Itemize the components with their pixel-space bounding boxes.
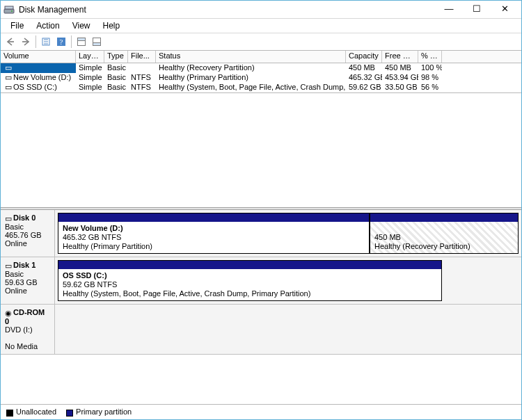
refresh-button[interactable]: [39, 35, 53, 49]
partition-title: OS SSD (C:): [63, 271, 107, 280]
partition-sub: 465.32 GB NTFS: [63, 233, 121, 241]
disk-label: ◉CD-ROM 0 DVD (I:) No Media: [1, 305, 55, 354]
disk-map: OS SSD (C:) 59.62 GB NTFS Healthy (Syste…: [55, 257, 521, 304]
swatch-primary-icon: [66, 410, 73, 417]
legend-primary: Primary partition: [66, 407, 132, 416]
maximize-button[interactable]: ☐: [463, 2, 491, 17]
partition-title: New Volume (D:): [63, 224, 123, 232]
disk-label: ▭Disk 0 Basic 465.76 GB Online: [1, 210, 55, 257]
volume-icon: ▭: [3, 83, 13, 92]
cell-status: Healthy (Recovery Partition): [156, 63, 346, 73]
close-button[interactable]: ✕: [491, 2, 519, 17]
cell-capacity: 450 MB: [346, 63, 382, 73]
col-layout[interactable]: Layout: [76, 51, 104, 63]
col-volume[interactable]: Volume: [1, 51, 76, 63]
partition-status: Healthy (System, Boot, Page File, Active…: [63, 289, 310, 298]
col-filesystem[interactable]: File...: [128, 51, 156, 63]
menu-bar: File Action View Help: [1, 19, 521, 33]
col-status[interactable]: Status: [156, 51, 346, 63]
grid-header: Volume Layout Type File... Status Capaci…: [1, 51, 521, 63]
cell-type: Basic: [104, 63, 128, 73]
cell-capacity: 59.62 GB: [346, 83, 382, 92]
partition-status: Healthy (Primary Partition): [63, 242, 152, 250]
menu-view[interactable]: View: [67, 19, 96, 32]
cell-pfree: 56 %: [418, 83, 442, 92]
legend-unallocated: Unallocated: [6, 407, 56, 416]
disk-type: DVD (I:): [5, 325, 33, 334]
cell-free: 33.50 GB: [382, 83, 418, 92]
help-button[interactable]: ?: [54, 35, 68, 49]
disk-icon: ▭: [5, 261, 12, 270]
legend-unallocated-label: Unallocated: [16, 407, 56, 416]
cell-pfree: 100 %: [418, 63, 442, 73]
partition-new-volume-d[interactable]: New Volume (D:) 465.32 GB NTFS Healthy (…: [58, 213, 370, 254]
disk-row-1[interactable]: ▭Disk 1 Basic 59.63 GB Online OS SSD (C:…: [1, 257, 521, 305]
disk-row-cdrom[interactable]: ◉CD-ROM 0 DVD (I:) No Media: [1, 305, 521, 355]
cell-fs: [128, 63, 156, 73]
partition-os-ssd-c[interactable]: OS SSD (C:) 59.62 GB NTFS Healthy (Syste…: [58, 260, 442, 301]
disk-map: [55, 305, 521, 354]
disk-icon: ▭: [5, 214, 12, 223]
view-bottom-button[interactable]: [90, 35, 104, 49]
cdrom-icon: ◉: [5, 309, 12, 318]
table-row[interactable]: ▭ Simple Basic Healthy (Recovery Partiti…: [1, 63, 521, 73]
cell-status: Healthy (Primary Partition): [156, 73, 346, 83]
svg-text:?: ?: [60, 38, 63, 46]
volume-icon: ▭: [3, 73, 13, 82]
cell-free: 453.94 GB: [382, 73, 418, 83]
cell-layout: Simple: [76, 73, 104, 83]
disk-row-0[interactable]: ▭Disk 0 Basic 465.76 GB Online New Volum…: [1, 210, 521, 257]
col-type[interactable]: Type: [104, 51, 128, 63]
legend-primary-label: Primary partition: [76, 407, 132, 416]
cell-fs: NTFS: [128, 73, 156, 83]
title-bar: Disk Management — ☐ ✕: [1, 1, 521, 19]
disk-state: Online: [5, 239, 27, 248]
cell-status: Healthy (System, Boot, Page File, Active…: [156, 83, 346, 92]
grid-body: ▭ Simple Basic Healthy (Recovery Partiti…: [1, 63, 521, 92]
cell-layout: Simple: [76, 63, 104, 73]
svg-point-2: [11, 10, 13, 12]
window-controls: — ☐ ✕: [435, 2, 519, 17]
volume-list-pane: Volume Layout Type File... Status Capaci…: [1, 51, 521, 207]
menu-help[interactable]: Help: [97, 19, 126, 32]
disk-state: No Media: [5, 342, 38, 350]
menu-file[interactable]: File: [5, 19, 29, 32]
table-row[interactable]: ▭New Volume (D:) Simple Basic NTFS Healt…: [1, 73, 521, 83]
disk-label: ▭Disk 1 Basic 59.63 GB Online: [1, 257, 55, 304]
volume-name: OS SSD (C:): [13, 83, 57, 91]
toolbar-separator: [35, 35, 36, 48]
col-percent-free[interactable]: % F...: [418, 51, 442, 63]
svg-rect-7: [78, 38, 86, 41]
partition-sub: 59.62 GB NTFS: [63, 280, 117, 289]
forward-button[interactable]: [19, 35, 33, 49]
cell-pfree: 98 %: [418, 73, 442, 83]
partition-recovery[interactable]: 450 MB Healthy (Recovery Partition): [370, 213, 519, 254]
volume-icon: ▭: [3, 63, 13, 72]
disk-size: 59.63 GB: [5, 278, 37, 286]
table-row[interactable]: ▭OS SSD (C:) Simple Basic NTFS Healthy (…: [1, 83, 521, 92]
cell-capacity: 465.32 GB: [346, 73, 382, 83]
disk-map: New Volume (D:) 465.32 GB NTFS Healthy (…: [55, 210, 521, 257]
minimize-button[interactable]: —: [435, 2, 463, 17]
swatch-unallocated-icon: [6, 410, 13, 417]
disk-type: Basic: [5, 270, 24, 278]
cell-type: Basic: [104, 73, 128, 83]
col-capacity[interactable]: Capacity: [346, 51, 382, 63]
legend: Unallocated Primary partition: [1, 404, 521, 419]
cell-type: Basic: [104, 83, 128, 92]
volume-grid: Volume Layout Type File... Status Capaci…: [1, 51, 521, 93]
menu-action[interactable]: Action: [31, 19, 65, 32]
partition-status: Healthy (Recovery Partition): [374, 242, 470, 250]
window-title: Disk Management: [19, 5, 435, 15]
back-button[interactable]: [3, 35, 17, 49]
view-top-button[interactable]: [74, 35, 88, 49]
partition-sub: 450 MB: [374, 233, 401, 241]
cell-free: 450 MB: [382, 63, 418, 73]
cell-layout: Simple: [76, 83, 104, 92]
svg-rect-1: [5, 6, 13, 9]
disk-state: Online: [5, 286, 27, 295]
svg-rect-9: [93, 43, 101, 46]
disk-name: Disk 1: [13, 261, 35, 269]
col-free-space[interactable]: Free Sp...: [382, 51, 418, 63]
cell-fs: NTFS: [128, 83, 156, 92]
